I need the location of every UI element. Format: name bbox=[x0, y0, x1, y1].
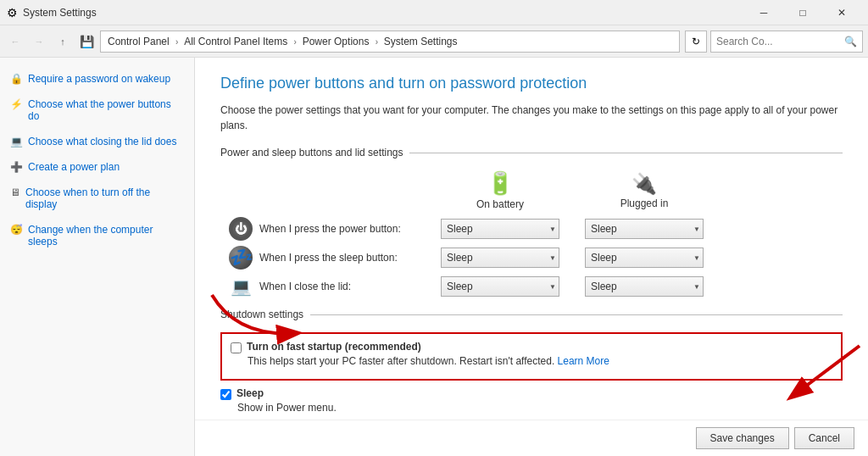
battery-label: On battery bbox=[476, 198, 524, 210]
sleep-group: Sleep Show in Power menu. bbox=[220, 387, 843, 414]
sleep-plugged-select-wrapper[interactable]: Do nothing Sleep Hibernate Shut down Tur… bbox=[585, 247, 704, 268]
power-battery-select[interactable]: Do nothing Sleep Hibernate Shut down Tur… bbox=[441, 219, 559, 239]
fast-startup-row: Turn on fast startup (recommended) bbox=[231, 341, 832, 353]
power-button-label: When I press the power button: bbox=[259, 223, 401, 235]
display-icon: 🖥 bbox=[10, 186, 20, 198]
sidebar-item-control-panel[interactable]: 🔒 Require a password on wakeup bbox=[0, 66, 194, 92]
section2-line bbox=[310, 314, 843, 315]
section1-label: Power and sleep buttons and lid settings bbox=[220, 147, 403, 158]
battery-icon: 🔋 bbox=[487, 170, 514, 197]
address-text: Control Panel › All Control Panel Items … bbox=[108, 36, 458, 47]
search-icon: 🔍 bbox=[844, 36, 857, 47]
forward-button[interactable]: → bbox=[29, 31, 49, 52]
lid-battery-select[interactable]: Do nothing Sleep Hibernate Shut down Tur… bbox=[441, 276, 559, 297]
titlebar: ⚙ System Settings ─ □ ✕ bbox=[0, 0, 868, 25]
up-button[interactable]: ↑ bbox=[53, 31, 73, 52]
lid-icon: 💻 bbox=[229, 275, 253, 298]
section2-divider: Shutdown settings bbox=[220, 309, 843, 320]
plugged-column-header: 🔌 Plugged in bbox=[585, 172, 704, 209]
sleep-row: Sleep bbox=[220, 387, 843, 400]
power-button-icon: ⏻ bbox=[229, 217, 253, 241]
app-icon: ⚙ bbox=[7, 6, 18, 19]
power-button-row: ⏻ When I press the power button: Do noth… bbox=[220, 217, 843, 241]
sleep-button-label: When I press the sleep button: bbox=[259, 252, 398, 264]
page-title: Define power buttons and turn on passwor… bbox=[220, 75, 843, 92]
fast-startup-description: This helps start your PC faster after sh… bbox=[231, 355, 832, 367]
sleep-battery-select-wrapper[interactable]: Do nothing Sleep Hibernate Shut down Tur… bbox=[441, 247, 559, 268]
control-panel-icon: 🔒 bbox=[10, 73, 23, 85]
power-buttons-icon: ⚡ bbox=[10, 98, 23, 110]
close-button[interactable]: ✕ bbox=[822, 0, 861, 25]
bottom-bar: Save changes Cancel bbox=[195, 420, 868, 456]
sidebar-item-power-buttons[interactable]: ⚡ Choose what the power buttons do bbox=[0, 92, 194, 129]
sleep-sub: Show in Power menu. bbox=[220, 402, 843, 414]
lid-plugged-select-wrapper[interactable]: Do nothing Sleep Hibernate Shut down Tur… bbox=[585, 276, 704, 297]
lid-battery-select-wrapper[interactable]: Do nothing Sleep Hibernate Shut down Tur… bbox=[441, 276, 559, 297]
search-input[interactable] bbox=[716, 36, 841, 47]
window-title: System Settings bbox=[23, 7, 744, 19]
battery-column-header: 🔋 On battery bbox=[441, 170, 559, 210]
plugged-icon: 🔌 bbox=[632, 172, 657, 196]
lid-row: 💻 When I close the lid: Do nothing Sleep… bbox=[220, 275, 843, 298]
sidebar-item-create-plan[interactable]: ➕ Create a power plan bbox=[0, 154, 194, 180]
lid-label: When I close the lid: bbox=[259, 281, 351, 292]
column-headers: 🔋 On battery 🔌 Plugged in bbox=[220, 170, 843, 210]
sleep-plugged-select[interactable]: Do nothing Sleep Hibernate Shut down Tur… bbox=[585, 247, 704, 268]
lid-plugged-select[interactable]: Do nothing Sleep Hibernate Shut down Tur… bbox=[585, 276, 704, 297]
section1-line bbox=[409, 153, 843, 153]
address-field[interactable]: Control Panel › All Control Panel Items … bbox=[100, 31, 680, 53]
fast-startup-checkbox[interactable] bbox=[231, 342, 242, 353]
maximize-button[interactable]: □ bbox=[783, 0, 822, 25]
refresh-button[interactable]: ↻ bbox=[685, 31, 707, 53]
back-button[interactable]: ← bbox=[5, 31, 25, 52]
sidebar: 🔒 Require a password on wakeup ⚡ Choose … bbox=[0, 58, 195, 456]
search-box[interactable]: 🔍 bbox=[710, 31, 863, 53]
closing-lid-icon: 💻 bbox=[10, 136, 23, 147]
fast-startup-label[interactable]: Turn on fast startup (recommended) bbox=[247, 341, 421, 353]
section1-divider: Power and sleep buttons and lid settings bbox=[220, 147, 843, 158]
window-controls: ─ □ ✕ bbox=[744, 0, 861, 25]
sleep-checkbox[interactable] bbox=[220, 389, 231, 400]
recent-button[interactable]: 💾 bbox=[76, 31, 97, 52]
sleep-icon: 😴 bbox=[10, 224, 23, 236]
save-button[interactable]: Save changes bbox=[696, 427, 789, 449]
sidebar-item-closing-lid[interactable]: 💻 Choose what closing the lid does bbox=[0, 129, 194, 154]
plugged-label: Plugged in bbox=[620, 197, 669, 209]
power-plugged-select-wrapper[interactable]: Do nothing Sleep Hibernate Shut down Tur… bbox=[585, 219, 704, 239]
minimize-button[interactable]: ─ bbox=[744, 0, 783, 25]
create-plan-icon: ➕ bbox=[10, 161, 23, 173]
power-battery-select-wrapper[interactable]: Do nothing Sleep Hibernate Shut down Tur… bbox=[441, 219, 559, 239]
sidebar-item-sleep[interactable]: 😴 Change when the computer sleeps bbox=[0, 217, 194, 254]
content-area: Define power buttons and turn on passwor… bbox=[195, 58, 868, 456]
page-description: Choose the power settings that you want … bbox=[220, 103, 843, 133]
sleep-option-label[interactable]: Sleep bbox=[236, 387, 264, 399]
section2-label: Shutdown settings bbox=[220, 309, 303, 320]
learn-more-link[interactable]: Learn More bbox=[558, 355, 609, 367]
main-layout: 🔒 Require a password on wakeup ⚡ Choose … bbox=[0, 58, 868, 456]
addressbar: ← → ↑ 💾 Control Panel › All Control Pane… bbox=[0, 25, 868, 58]
fast-startup-box: Turn on fast startup (recommended) This … bbox=[220, 332, 843, 381]
cancel-button[interactable]: Cancel bbox=[794, 427, 854, 449]
sleep-button-icon: 💤 bbox=[229, 246, 253, 270]
sidebar-item-display[interactable]: 🖥 Choose when to turn off the display bbox=[0, 180, 194, 217]
sleep-button-row: 💤 When I press the sleep button: Do noth… bbox=[220, 246, 843, 270]
power-plugged-select[interactable]: Do nothing Sleep Hibernate Shut down Tur… bbox=[585, 219, 704, 239]
sleep-battery-select[interactable]: Do nothing Sleep Hibernate Shut down Tur… bbox=[441, 247, 559, 268]
